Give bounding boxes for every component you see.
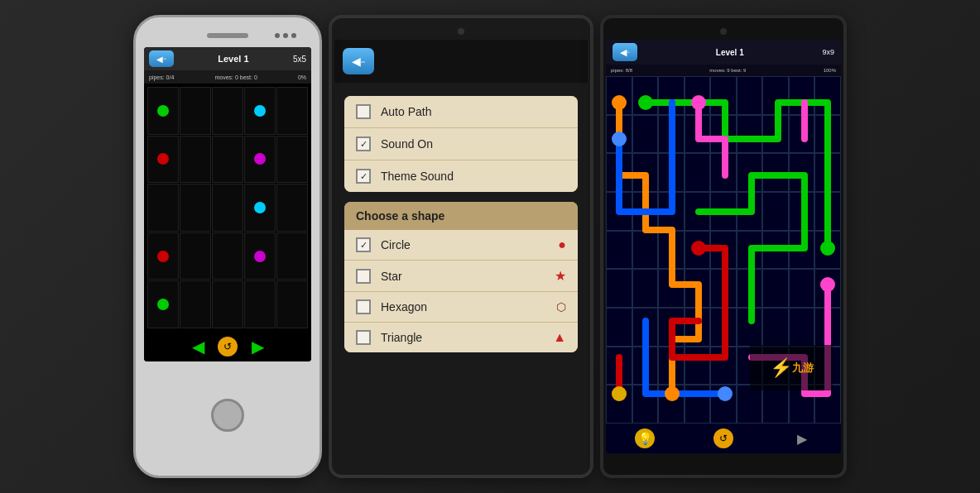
camera-dot-1 <box>275 33 280 38</box>
phone-percent: 0% <box>298 74 306 80</box>
phone-header: ◀ •• Level 1 5x5 <box>144 47 311 70</box>
star-label: Star <box>381 270 545 283</box>
shape-row-star: Star ★ <box>344 261 578 292</box>
svg-point-8 <box>691 241 706 256</box>
settings-box: Auto Path ✓ Sound On ✓ Theme Sound <box>344 96 578 192</box>
grid-cell-1-4 <box>244 87 276 135</box>
grid-cell-3-5 <box>276 184 308 232</box>
grid-cell-1-3 <box>212 87 243 135</box>
triangle-checkbox[interactable] <box>356 330 371 345</box>
grid-cell-5-2 <box>180 280 211 328</box>
triangle-label: Triangle <box>381 331 543 344</box>
triangle-icon: ▲ <box>553 330 566 345</box>
phone-stats-bar: pipes: 0/4 moves: 0 best: 0 0% <box>144 70 311 84</box>
settings-row-sound: ✓ Sound On <box>344 128 578 160</box>
grid-cell-2-4 <box>244 136 276 184</box>
shape-row-hexagon: Hexagon ⬡ <box>344 292 578 323</box>
tablet2-refresh-button[interactable]: ↺ <box>713 428 733 448</box>
star-checkbox[interactable] <box>356 269 371 284</box>
grid-cell-5-3 <box>212 280 243 328</box>
grid-cell-4-1 <box>147 232 179 280</box>
phone-frame: ◀ •• Level 1 5x5 pipes: 0/4 moves: 0 bes… <box>133 15 322 478</box>
tablet2-stats-bar: pipes: 8/8 moves: 9 best: 9 100% <box>606 65 841 76</box>
svg-point-1 <box>665 386 680 401</box>
star-icon: ★ <box>555 268 566 284</box>
tablet2-top-bar <box>608 23 838 40</box>
grid-cell-5-5 <box>276 280 308 328</box>
themesound-checkbox[interactable]: ✓ <box>356 169 371 184</box>
grid-cell-4-4 <box>244 232 276 280</box>
tablet2-header: ◀ •• Level 1 9x9 <box>606 40 841 65</box>
phone-grid-size: 5x5 <box>293 55 306 64</box>
watermark-text: 九游 <box>792 361 814 376</box>
grid-cell-5-1 <box>147 280 179 328</box>
hexagon-checkbox[interactable] <box>356 299 371 314</box>
grid-cell-3-1 <box>147 184 179 232</box>
phone-moves-stat: moves: 0 best: 0 <box>214 74 257 80</box>
settings-row-themesound: ✓ Theme Sound <box>344 160 578 192</box>
phone-bottom-nav: ◀ ↺ ▶ <box>144 332 311 361</box>
camera-dot-2 <box>283 33 288 38</box>
shape-row-triangle: Triangle ▲ <box>344 323 578 352</box>
tablet-header: ◀ •• <box>334 40 588 83</box>
grid-cell-2-1 <box>147 136 179 184</box>
shape-box: Choose a shape ✓ Circle ● Star ★ Hex <box>344 202 578 352</box>
nav-right-arrow[interactable]: ▶ <box>247 338 267 355</box>
phone-top-bar <box>142 24 313 47</box>
hexagon-icon: ⬡ <box>556 300 566 314</box>
tablet-content: Auto Path ✓ Sound On ✓ Theme Sound Choos… <box>334 83 588 462</box>
shape-header: Choose a shape <box>344 202 578 230</box>
tablet2-game-area: ⚡ 九游 <box>606 76 841 424</box>
nav-refresh-button[interactable]: ↺ <box>218 337 238 357</box>
autopath-checkbox[interactable] <box>356 104 371 119</box>
svg-point-0 <box>612 95 627 110</box>
circle-checkbox[interactable]: ✓ <box>356 237 371 252</box>
svg-point-4 <box>612 132 627 146</box>
settings-row-autopath: Auto Path <box>344 96 578 128</box>
svg-point-7 <box>820 277 835 292</box>
grid-cell-3-4 <box>244 184 276 232</box>
svg-point-10 <box>612 386 627 401</box>
circle-label: Circle <box>381 238 548 251</box>
tablet-camera <box>458 28 464 35</box>
tablet-screen: ◀ •• Auto Path ✓ Sound On ✓ <box>334 40 588 462</box>
watermark-overlay: ⚡ 九游 <box>750 345 833 390</box>
grid-cell-1-2 <box>180 87 211 135</box>
tablet2-camera <box>720 28 727 35</box>
tablet2-back-button[interactable]: ◀ •• <box>612 43 637 61</box>
grid-cell-1-5 <box>276 87 308 135</box>
phone-game-area <box>144 84 311 332</box>
tablet2-frame: ◀ •• Level 1 9x9 pipes: 8/8 moves: 9 bes… <box>600 15 847 478</box>
tablet2-hint-icon[interactable]: 💡 <box>635 428 655 448</box>
tablet-top-bar <box>337 23 585 40</box>
grid-cell-5-4 <box>244 280 276 328</box>
grid-cell-2-5 <box>276 136 308 184</box>
phone-back-button[interactable]: ◀ •• <box>149 50 174 67</box>
svg-point-6 <box>691 95 706 110</box>
svg-point-5 <box>718 386 733 401</box>
nav-left-arrow[interactable]: ◀ <box>188 338 208 355</box>
camera-dot-3 <box>291 33 296 38</box>
sound-label: Sound On <box>381 137 433 151</box>
grid-cell-2-2 <box>180 136 211 184</box>
phone-level-title: Level 1 <box>218 54 248 64</box>
tablet2-next-arrow[interactable]: ▶ <box>792 430 812 447</box>
grid-cell-4-2 <box>180 232 211 280</box>
tablet2-screen: ◀ •• Level 1 9x9 pipes: 8/8 moves: 9 bes… <box>606 40 841 453</box>
tablet2-percent: 100% <box>824 68 836 73</box>
grid-cell-4-5 <box>276 232 308 280</box>
svg-point-2 <box>638 95 653 110</box>
phone-bottom-space <box>211 361 244 469</box>
hexagon-label: Hexagon <box>381 300 546 314</box>
tablet2-pipes-stat: pipes: 8/8 <box>611 68 632 73</box>
phone-pipes-stat: pipes: 0/4 <box>149 74 174 80</box>
tablet2-level-title: Level 1 <box>716 48 744 57</box>
tablet2-grid-size: 9x9 <box>822 48 834 56</box>
tablet-back-button[interactable]: ◀ •• <box>343 48 374 74</box>
grid-cell-4-3 <box>212 232 243 280</box>
sound-checkbox[interactable]: ✓ <box>356 136 371 151</box>
themesound-label: Theme Sound <box>381 170 454 183</box>
phone-screen: ◀ •• Level 1 5x5 pipes: 0/4 moves: 0 bes… <box>144 47 311 361</box>
tablet-menu-frame: ◀ •• Auto Path ✓ Sound On ✓ <box>329 15 593 478</box>
phone-home-button[interactable] <box>211 399 244 432</box>
